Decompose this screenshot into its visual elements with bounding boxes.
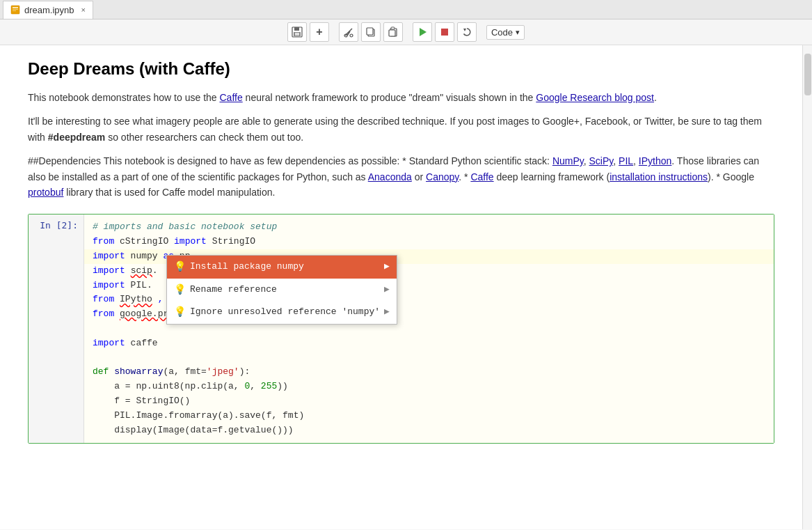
stop-icon xyxy=(439,26,450,38)
svg-rect-7 xyxy=(295,33,299,36)
code-line-10: a = np.uint8(np.clip(a, 0, 255)) xyxy=(93,380,765,394)
run-button[interactable] xyxy=(413,22,432,42)
save-icon xyxy=(292,26,303,38)
ipython-link[interactable]: IPython xyxy=(639,155,671,166)
svg-marker-17 xyxy=(420,28,427,36)
numpy-link[interactable]: NumPy xyxy=(552,155,584,166)
save-button[interactable] xyxy=(287,22,307,42)
svg-rect-3 xyxy=(13,10,16,11)
markdown-cell-title: Deep Dreams (with Caffe) This notebook d… xyxy=(28,59,774,200)
menu-item-ignore-label: Ignore unresolved reference 'numpy' xyxy=(190,305,380,320)
dependencies-paragraph: ##Dependencies This notebook is designed… xyxy=(28,153,774,200)
svg-rect-2 xyxy=(13,9,18,10)
notebook-title: Deep Dreams (with Caffe) xyxy=(28,59,774,79)
svg-point-11 xyxy=(350,34,353,37)
svg-rect-5 xyxy=(294,27,299,31)
copy-icon xyxy=(365,26,376,38)
restart-icon xyxy=(461,26,472,38)
scipy-link[interactable]: SciPy xyxy=(589,155,614,166)
menu-item-ignore[interactable]: 💡 Ignore unresolved reference 'numpy' ▶ xyxy=(167,301,397,323)
bulb-icon-ignore: 💡 xyxy=(174,304,186,320)
svg-rect-18 xyxy=(441,29,448,36)
menu-arrow-install: ▶ xyxy=(384,260,390,274)
caffe2-link[interactable]: Caffe xyxy=(470,171,493,182)
protobuf-link[interactable]: protobuf xyxy=(28,187,63,198)
scrollbar-thumb[interactable] xyxy=(804,54,811,95)
tab-bar: dream.ipynb × xyxy=(0,0,812,20)
tab-label: dream.ipynb xyxy=(24,5,74,15)
paste-icon xyxy=(388,26,399,38)
menu-arrow-rename: ▶ xyxy=(384,283,390,297)
cell-type-dropdown[interactable]: Code ▾ xyxy=(486,25,525,40)
run-icon xyxy=(417,26,428,38)
cell-code-area[interactable]: # imports and basic notebook setup from … xyxy=(84,215,774,443)
stop-button[interactable] xyxy=(435,22,454,42)
hashtag: #deepdream xyxy=(48,132,105,143)
dropdown-arrow-icon: ▾ xyxy=(516,28,520,37)
notebook-icon xyxy=(10,5,20,15)
code-line-13: display(Image(data=f.getvalue())) xyxy=(93,423,765,438)
svg-rect-1 xyxy=(13,7,18,8)
cell-prompt: In [2]: xyxy=(29,215,84,443)
caffe-link[interactable]: Caffe xyxy=(220,92,243,103)
scrollbar[interactable] xyxy=(802,45,812,529)
code-line-9: def showarray(a, fmt='jpeg'): xyxy=(93,365,765,380)
tab-dream-ipynb[interactable]: dream.ipynb × xyxy=(3,1,93,19)
menu-item-rename[interactable]: 💡 Rename reference ▶ xyxy=(167,279,397,301)
anaconda-link[interactable]: Anaconda xyxy=(368,171,412,182)
code-line-8: import caffe xyxy=(93,336,765,351)
code-line-1: # imports and basic notebook setup xyxy=(93,220,765,235)
tab-close-button[interactable]: × xyxy=(81,6,86,14)
svg-rect-13 xyxy=(367,28,373,35)
canopy-link[interactable]: Canopy xyxy=(426,171,459,182)
cut-button[interactable] xyxy=(339,22,358,42)
bulb-icon-install: 💡 xyxy=(174,259,186,274)
paste-button[interactable] xyxy=(383,22,403,42)
menu-item-install-label: Install package numpy xyxy=(190,260,304,274)
notebook-content: Deep Dreams (with Caffe) This notebook d… xyxy=(0,45,802,529)
code-line-12: PIL.Image.fromarray(a).save(f, fmt) xyxy=(93,409,765,423)
bulb-icon-rename: 💡 xyxy=(174,282,186,297)
code-line-2: from cStringIO import StringIO xyxy=(93,235,765,249)
main-area: Deep Dreams (with Caffe) This notebook d… xyxy=(0,45,812,529)
svg-marker-19 xyxy=(463,29,466,31)
blog-link[interactable]: Google Research blog post xyxy=(536,92,654,103)
context-menu: 💡 Install package numpy ▶ 💡 Rename refer… xyxy=(166,255,397,324)
cut-icon xyxy=(343,26,354,38)
cell-type-label: Code xyxy=(491,27,513,38)
toolbar: + xyxy=(0,20,812,45)
code-line-blank-2 xyxy=(93,351,765,366)
svg-rect-15 xyxy=(391,27,395,29)
social-paragraph: It'll be interesting to see what imagery… xyxy=(28,114,774,145)
installation-link[interactable]: installation instructions xyxy=(610,171,708,182)
restart-button[interactable] xyxy=(457,22,477,42)
pil-link[interactable]: PIL xyxy=(619,155,633,166)
menu-arrow-ignore: ▶ xyxy=(384,305,390,320)
code-line-11: f = StringIO() xyxy=(93,394,765,409)
add-cell-button[interactable]: + xyxy=(310,22,329,42)
menu-item-rename-label: Rename reference xyxy=(190,283,277,297)
intro-paragraph: This notebook demonstrates how to use th… xyxy=(28,90,774,105)
copy-button[interactable] xyxy=(361,22,381,42)
svg-rect-16 xyxy=(389,30,395,36)
add-icon: + xyxy=(316,26,322,38)
code-cell-2: In [2]: # imports and basic notebook set… xyxy=(28,214,774,444)
menu-item-install[interactable]: 💡 Install package numpy ▶ xyxy=(167,256,397,278)
